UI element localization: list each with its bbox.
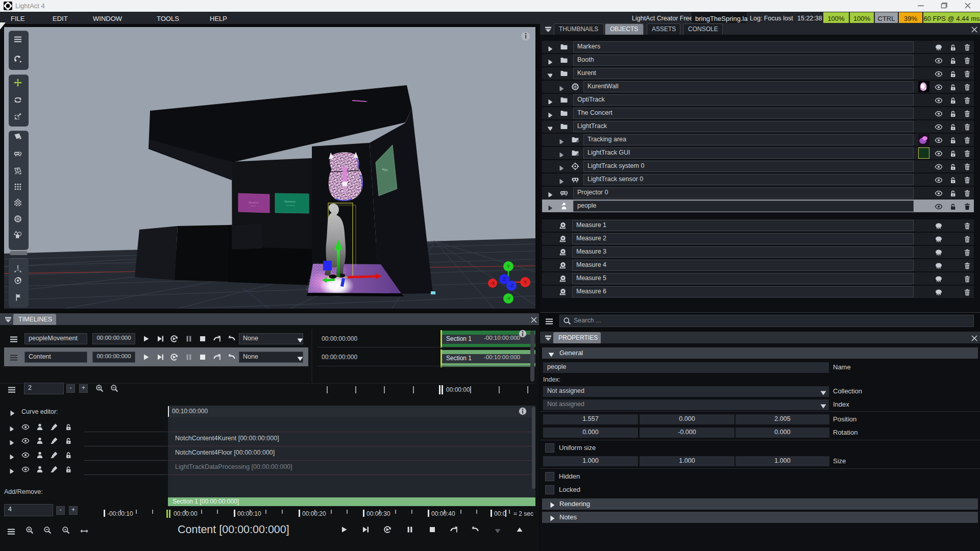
svg-text:Z: Z (503, 277, 506, 282)
svg-text:Y: Y (507, 264, 510, 269)
svg-text:Showroo: Showroo (284, 200, 296, 203)
svg-text:X: X (524, 280, 527, 285)
svg-text:-Z: -Z (509, 283, 514, 288)
svg-text:InnoWeek: InnoWeek (286, 204, 295, 207)
svg-text:-X: -X (491, 281, 495, 286)
svg-text:Showroo: Showroo (249, 201, 259, 204)
svg-text:0: 0 (17, 268, 19, 271)
svg-text:booth: booth (251, 205, 256, 207)
svg-text:-Y: -Y (506, 296, 511, 301)
